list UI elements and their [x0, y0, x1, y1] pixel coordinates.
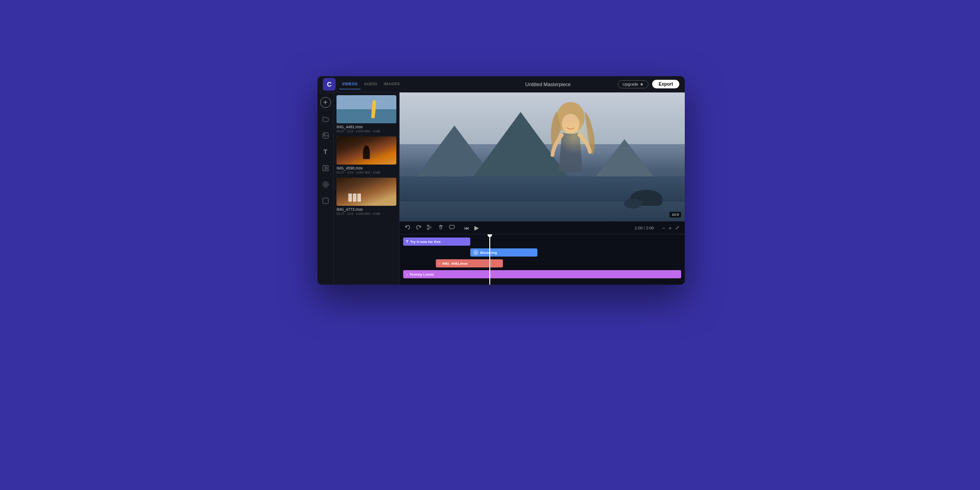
audio-clip-icon: ♪: [406, 272, 408, 277]
sidebar: + T: [317, 92, 334, 285]
timeline-tracks: T Try it now for free ○ Bouncing: [400, 234, 685, 285]
zoom-in-button[interactable]: +: [668, 225, 673, 231]
svg-rect-2: [323, 165, 325, 171]
tab-videos[interactable]: VIDEOS: [339, 79, 361, 89]
timeline-controls: ⏮ ▶ 1:00 / 2:00 − + ⤢: [400, 222, 685, 234]
add-media-button[interactable]: +: [320, 97, 331, 108]
clip-audio[interactable]: ♪ Tooney Loons: [403, 270, 681, 278]
media-thumb-0: [336, 95, 396, 123]
redo-button[interactable]: [415, 225, 422, 231]
svg-point-7: [325, 184, 326, 185]
sidebar-folder-icon[interactable]: [321, 114, 331, 124]
bouncing-icon: ○: [473, 250, 478, 255]
zoom-out-button[interactable]: −: [661, 225, 666, 231]
app-window: C VIDEOS AUDIO IMAGES Untitled Masterpie…: [317, 76, 685, 285]
fit-button[interactable]: ⤢: [674, 225, 680, 231]
project-title: Untitled Masterpiece: [478, 82, 618, 87]
svg-point-1: [324, 134, 325, 135]
track-video: ○ IMG_4481.mov: [403, 259, 681, 268]
media-thumb-1: [336, 136, 396, 165]
media-name-2: IMG_4773.mov: [336, 207, 396, 212]
clip-video[interactable]: ○ IMG_4481.mov: [436, 259, 503, 267]
beach-background: [400, 92, 685, 221]
media-info-1: IMG_4590.mov 00:27 · 10:9 · 1440×900 · 4…: [336, 166, 396, 174]
sidebar-text-icon[interactable]: T: [321, 147, 331, 157]
undo-button[interactable]: [404, 225, 411, 231]
video-clip-icon: ○: [439, 262, 440, 265]
media-meta-0: 00:27 · 10:9 · 1440×900 · 4 MB: [336, 130, 396, 133]
top-bar-actions: Upgrade ★ Export: [618, 80, 679, 88]
zoom-controls: − + ⤢: [661, 225, 680, 231]
track-audio: ♪ Tooney Loons: [403, 270, 681, 279]
upgrade-button[interactable]: Upgrade ★: [618, 80, 649, 88]
media-thumb-2: [336, 178, 396, 206]
media-panel: IMG_4481.mov 00:27 · 10:9 · 1440×900 · 4…: [334, 92, 400, 285]
clip-bouncing[interactable]: ○ Bouncing: [470, 248, 537, 257]
timeline: ⏮ ▶ 1:00 / 2:00 − + ⤢: [400, 221, 685, 285]
time-display: 1:00 / 2:00: [635, 226, 654, 230]
media-tab-bar: VIDEOS AUDIO IMAGES: [339, 79, 478, 89]
skip-start-button[interactable]: ⏮: [463, 225, 470, 231]
playhead[interactable]: [489, 234, 490, 285]
sidebar-frame-icon[interactable]: [321, 196, 331, 206]
sidebar-target-icon[interactable]: [321, 180, 331, 189]
app-logo: C: [323, 78, 336, 91]
preview-area: 10:9: [400, 92, 685, 285]
svg-rect-8: [323, 198, 328, 204]
media-meta-2: 00:27 · 10:9 · 1440×900 · 4 MB: [336, 212, 396, 215]
comment-button[interactable]: [448, 224, 456, 231]
media-list: IMG_4481.mov 00:27 · 10:9 · 1440×900 · 4…: [334, 92, 399, 285]
sidebar-image-icon[interactable]: [321, 131, 331, 141]
clip-text[interactable]: T Try it now for free: [403, 238, 470, 246]
main-content: + T: [317, 92, 685, 285]
track-text: T Try it now for free: [403, 237, 681, 246]
media-item-2[interactable]: IMG_4773.mov 00:27 · 10:9 · 1440×900 · 4…: [336, 178, 396, 215]
media-info-0: IMG_4481.mov 00:27 · 10:9 · 1440×900 · 4…: [336, 125, 396, 133]
star-icon: ★: [640, 82, 644, 87]
media-item-1[interactable]: IMG_4590.mov 00:27 · 10:9 · 1440×900 · 4…: [336, 136, 396, 174]
media-meta-1: 00:27 · 10:9 · 1440×900 · 4 MB: [336, 171, 396, 174]
tab-images[interactable]: IMAGES: [381, 79, 403, 89]
top-bar: C VIDEOS AUDIO IMAGES Untitled Masterpie…: [317, 76, 685, 92]
media-name-0: IMG_4481.mov: [336, 125, 396, 129]
clip-text-icon: T: [406, 239, 409, 244]
play-button[interactable]: ▶: [473, 224, 480, 231]
time-badge: 10:9: [669, 212, 681, 218]
svg-rect-3: [326, 165, 328, 168]
media-name-1: IMG_4590.mov: [336, 166, 396, 170]
svg-rect-4: [326, 169, 328, 171]
media-item-0[interactable]: IMG_4481.mov 00:27 · 10:9 · 1440×900 · 4…: [336, 95, 396, 133]
tab-audio[interactable]: AUDIO: [361, 79, 380, 89]
export-button[interactable]: Export: [652, 80, 679, 88]
delete-button[interactable]: [437, 224, 444, 231]
track-bouncing: ○ Bouncing: [403, 248, 681, 257]
sidebar-template-icon[interactable]: [321, 163, 331, 173]
cut-button[interactable]: [426, 224, 434, 231]
video-preview: 10:9: [400, 92, 685, 221]
media-info-2: IMG_4773.mov 00:27 · 10:9 · 1440×900 · 4…: [336, 207, 396, 215]
